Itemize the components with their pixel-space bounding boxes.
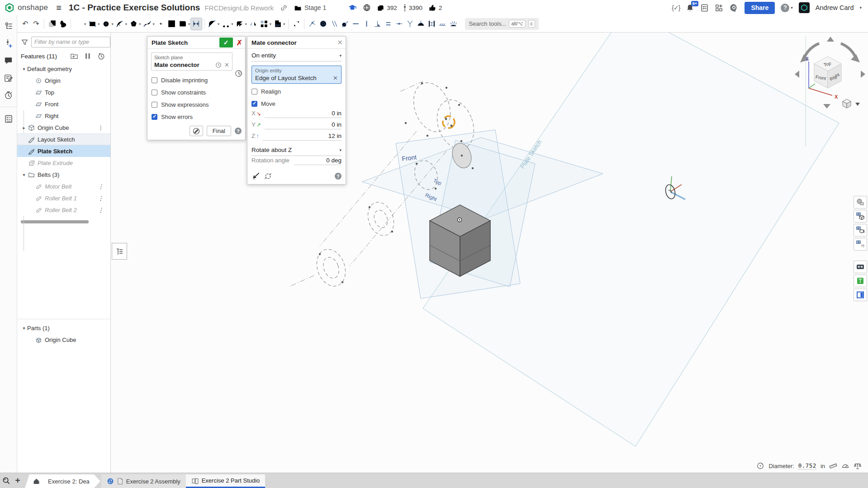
tree-item-plate-extrude[interactable]: Plate Extrude [17,157,110,169]
perpendicular-constraint-icon[interactable] [372,18,383,30]
circle-tool-caret-icon[interactable]: ▾ [112,22,114,26]
tasks-icon[interactable] [700,4,709,12]
parallel-constraint-icon[interactable] [328,18,339,30]
tab-exercise-2-dea[interactable]: Exercise 2: Dea [43,474,100,488]
chevron-right-icon[interactable]: ▸ [21,125,27,130]
sketch-view-button[interactable] [190,126,203,136]
origin-entity-field[interactable]: Origin entity Edge of Layout Sketch ✕ [251,66,342,84]
rotate-left-step-arrow-icon[interactable] [795,71,799,78]
tree-item-origin-cube[interactable]: ▸ Origin Cube ⋮ [17,122,110,133]
comments-icon[interactable] [3,55,14,66]
tree-item-front-plane[interactable]: Front [17,98,110,110]
app-store-icon[interactable] [715,4,723,12]
rollback-here-icon[interactable] [235,70,242,77]
managed-variable-icon[interactable]: Σ [426,18,437,30]
offset-tool-icon[interactable] [234,18,245,30]
checkbox[interactable] [152,90,157,95]
point-tool-icon[interactable] [156,18,166,30]
reorient-secondary-axis-icon[interactable] [264,172,272,180]
appearance-button[interactable] [854,196,867,208]
z-offset-value[interactable]: 12 in [262,133,342,141]
show-expressions-checkbox[interactable]: Show expressions [147,99,245,111]
suppress-rollback-icon[interactable] [83,52,92,61]
user-menu-caret-icon[interactable]: ▾ [859,5,862,10]
tree-item-roller-belt-1[interactable]: Roller Belt 1 ⋮ [17,192,110,204]
y-offset-field[interactable]: Y ↗ 0 in [251,121,342,133]
coincident-constraint-icon[interactable] [307,18,318,30]
flip-primary-axis-icon[interactable] [251,172,260,180]
tree-item-right-plane[interactable]: Right [17,110,110,122]
transform-tool-icon[interactable] [291,18,302,30]
checkbox[interactable] [251,101,257,107]
clear-selection-icon[interactable]: ✕ [224,62,229,68]
tangent-constraint-icon[interactable] [339,18,350,30]
user-name[interactable]: Andrew Card [816,4,854,11]
curvature-comb-icon[interactable] [448,18,459,30]
polygon-tool-caret-icon[interactable]: ▾ [139,22,141,26]
search-tools[interactable]: Search tools... alt/⌥ c [465,18,538,30]
mode-dropdown[interactable]: On entity ▾ [251,52,342,62]
rotate-up-arrow-icon[interactable] [827,37,834,42]
search-tabs-icon[interactable] [0,474,12,487]
mate-connector-icon[interactable] [3,38,14,49]
checkbox[interactable] [152,102,157,108]
configurations-button[interactable] [854,224,867,237]
edit-notes-icon[interactable] [3,72,14,83]
rollback-clock-icon[interactable] [97,52,106,61]
dxf-import-caret-icon[interactable]: ▾ [283,22,285,26]
learning-panel-button[interactable] [854,275,867,287]
view-cube-body[interactable]: Top Front Right [814,57,841,88]
concentric-constraint-icon[interactable] [318,18,328,30]
z-offset-field[interactable]: Z ↑ 12 in [251,133,342,144]
main-menu-icon[interactable]: ≡ [56,3,62,13]
line-tool-icon[interactable] [73,18,84,30]
tree-item-roller-belt-2[interactable]: Roller Belt 2 ⋮ [17,204,110,216]
selected-edge-highlight[interactable] [441,114,457,130]
copies-stat[interactable]: 392 [377,4,397,12]
tree-item-belts-folder[interactable]: ▾ Belts (3) [17,169,110,180]
chevron-down-icon[interactable]: ▾ [21,172,27,177]
mate-connector-marker-icon[interactable]: ⋮ [98,207,104,213]
commit-button[interactable]: ✓ [219,38,233,47]
show-constraints-checkbox[interactable]: Show constraints [147,86,245,99]
disable-imprinting-checkbox[interactable]: Disable imprinting [147,74,245,86]
realign-checkbox[interactable]: Realign [247,85,346,98]
polygon-tool-icon[interactable] [128,18,139,30]
collapsed-panel-handle[interactable] [112,243,127,260]
checkbox[interactable] [152,114,157,120]
tree-item-motor-belt[interactable]: Motor Belt ⋮ [17,180,110,192]
pattern-tool-icon[interactable] [259,18,270,30]
trim-tool-icon[interactable] [220,18,231,30]
view-options-caret-icon[interactable] [855,103,860,106]
line-tool-caret-icon[interactable]: ▾ [84,22,86,26]
mirror-tool-icon[interactable] [248,18,259,30]
rotation-angle-value[interactable]: 0 deg [294,157,342,165]
trim-tool-caret-icon[interactable]: ▾ [231,22,233,26]
rectangle-tool-icon[interactable] [87,18,98,30]
dialog-help-icon[interactable]: ? [235,128,242,134]
arc-tool-caret-icon[interactable]: ▾ [125,22,127,26]
history-icon[interactable] [3,90,14,100]
mass-properties-icon[interactable] [854,462,862,470]
feature-list-icon[interactable] [3,21,14,32]
ai-advisor-icon[interactable] [729,3,739,13]
tree-item-plate-sketch[interactable]: Plate Sketch [17,145,110,157]
rotation-angle-field[interactable]: Rotation angle 0 deg [251,157,342,170]
add-tab-button[interactable]: + [12,474,24,487]
ruler-icon[interactable] [829,462,837,470]
learning-icon[interactable] [348,4,357,11]
tree-item-default-geometry[interactable]: ▾ Default geometry [17,63,110,75]
normal-constraint-icon[interactable] [415,18,426,30]
right-panel-toggle-button[interactable] [854,289,867,301]
arc-tool-icon[interactable] [114,18,125,30]
clear-selection-icon[interactable]: ✕ [333,75,338,81]
move-checkbox[interactable]: Move [247,98,346,110]
dxf-import-icon[interactable]: DXF [272,18,283,30]
origin-entity-value[interactable]: Edge of Layout Sketch [255,75,330,81]
mate-connector-marker-icon[interactable]: ⋮ [98,124,104,131]
equal-constraint-icon[interactable] [383,18,394,30]
sketch-plane-value[interactable]: Mate connector [154,62,215,68]
breadcrumb[interactable]: Stage 1 [294,4,326,11]
assistant-button[interactable] [854,261,867,273]
rotate-about-dropdown[interactable]: Rotate about Z ▾ [251,147,342,156]
